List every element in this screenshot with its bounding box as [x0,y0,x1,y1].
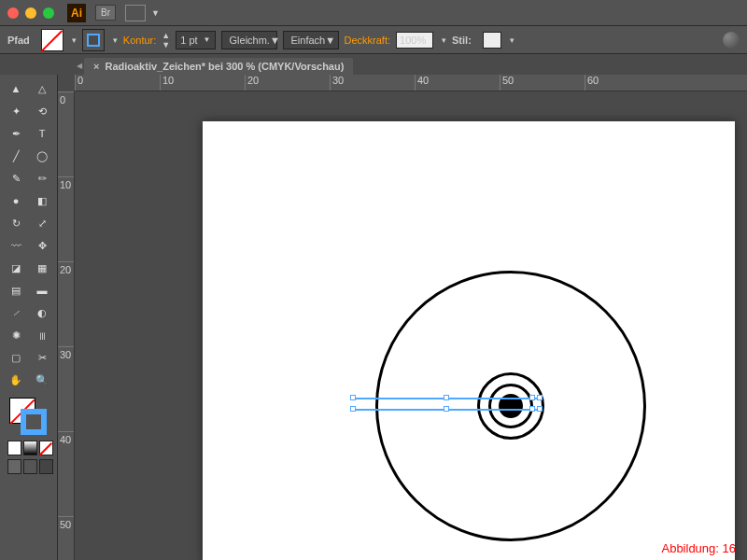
gradient-mode-icon[interactable] [23,441,37,455]
style-swatch[interactable] [483,32,501,49]
opacity-input[interactable]: 100% [396,32,433,49]
eyedropper-tool[interactable]: ⟋ [4,302,28,323]
anchor-handle[interactable] [537,395,543,400]
traffic-lights [7,7,54,19]
bridge-button[interactable]: Br [95,5,116,21]
pencil-tool[interactable]: ✏ [30,168,54,189]
chevron-down-icon[interactable]: ▼ [151,8,160,18]
mesh-tool[interactable]: ▤ [4,280,28,301]
panel-grip-icon[interactable]: ◀ [75,56,84,75]
free-transform-tool[interactable]: ✥ [30,235,54,256]
close-tab-icon[interactable]: × [93,61,99,72]
anchor-handle[interactable] [537,406,543,412]
artboard-tool[interactable]: ▢ [4,347,28,368]
full-screen-icon[interactable] [39,459,53,474]
stroke-label: Kontur: [123,35,156,46]
arrange-docs-button[interactable] [125,5,146,21]
perspective-tool[interactable]: ▦ [30,258,54,278]
color-mode-icon[interactable] [7,441,21,455]
ruler-tick: 20 [245,75,330,91]
full-menu-screen-icon[interactable] [23,459,37,474]
stepper-icon[interactable]: ▲▼ [162,31,170,49]
anchor-handle[interactable] [350,406,356,412]
anchor-handle[interactable] [529,395,535,400]
width-tool[interactable]: 〰 [4,235,28,256]
shape-builder-tool[interactable]: ◪ [4,258,28,278]
tab-label: Radioaktiv_Zeichen* bei 300 % (CMYK/Vors… [105,61,344,72]
rectangle-tool[interactable]: ◯ [30,146,54,166]
anchor-handle[interactable] [444,395,449,400]
close-window-icon[interactable] [7,7,19,19]
zoom-tool[interactable]: 🔍 [30,370,54,390]
color-mode-switches [7,441,53,455]
style-label: Stil: [452,35,472,46]
rotate-tool[interactable]: ↻ [4,213,28,233]
normal-screen-icon[interactable] [7,459,21,474]
blob-tool[interactable]: ● [4,190,28,211]
chevron-down-icon[interactable]: ▾ [113,35,118,45]
stroke-box[interactable] [21,409,47,435]
ruler-tick: 30 [330,75,415,91]
pen-tool[interactable]: ✒ [4,123,28,144]
horizontal-ruler: 0102030405060 [75,75,747,91]
lasso-tool[interactable]: ⟲ [30,101,54,121]
ruler-tick: 20 [58,261,74,346]
ruler-tick: 40 [58,431,74,516]
hand-tool[interactable]: ✋ [4,370,28,390]
ruler-tick: 10 [160,75,245,91]
vertical-ruler: 01020304050 [58,91,75,560]
maximize-window-icon[interactable] [43,7,54,19]
ruler-tick: 40 [415,75,500,91]
chevron-down-icon[interactable]: ▾ [510,35,514,45]
opacity-label: Deckkraft: [345,35,391,46]
ruler-tick: 10 [58,176,74,261]
ruler-tick: 60 [585,75,669,91]
ruler-tick: 50 [58,516,74,560]
screen-mode-switches [7,459,53,474]
anchor-handle[interactable] [529,406,535,412]
stroke-cap-dropdown[interactable]: Gleichm.▼ [221,31,277,49]
cloud-icon[interactable] [723,32,740,49]
anchor-handle[interactable] [350,395,356,400]
chevron-down-icon[interactable]: ▾ [442,35,446,45]
ruler-tick: 30 [58,346,74,431]
eraser-tool[interactable]: ◧ [30,190,54,211]
stroke-swatch[interactable] [82,29,105,51]
minimize-window-icon[interactable] [25,7,36,19]
app-icon: Ai [67,4,86,22]
tools-panel: ▲△✦⟲✒T╱◯✎✏●◧↻⤢〰✥◪▦▤▬⟋◐✺⫼▢✂✋🔍 [0,75,58,560]
stroke-profile-dropdown[interactable]: Einfach▼ [283,31,339,49]
none-mode-icon[interactable] [39,441,53,455]
document-tab[interactable]: × Radioaktiv_Zeichen* bei 300 % (CMYK/Vo… [84,58,353,75]
brush-tool[interactable]: ✎ [4,168,28,189]
ruler-tick: 50 [500,75,585,91]
line-tool[interactable]: ╱ [4,146,28,166]
ruler-tick: 0 [75,75,160,91]
anchor-handle[interactable] [444,406,449,412]
type-label: Pfad [7,35,30,46]
titlebar: Ai Br ▼ [0,0,747,26]
fill-swatch[interactable] [41,29,63,51]
tab-bar: ◀ × Radioaktiv_Zeichen* bei 300 % (CMYK/… [75,54,747,75]
graph-tool[interactable]: ⫼ [30,325,54,345]
symbol-spray-tool[interactable]: ✺ [4,325,28,345]
blend-tool[interactable]: ◐ [30,302,54,323]
stroke-weight-input[interactable]: 1 pt▼ [176,31,215,49]
chevron-down-icon[interactable]: ▾ [72,35,77,45]
figure-caption: Abbildung: 16 [661,541,736,555]
ruler-tick: 0 [58,91,74,176]
direct-select-tool[interactable]: △ [30,78,54,99]
fill-stroke-control[interactable] [9,398,47,435]
canvas-area[interactable]: 0102030405060 01020304050 Abbildung: 16 [58,75,747,560]
type-tool[interactable]: T [30,123,54,144]
gradient-tool[interactable]: ▬ [30,280,54,301]
control-bar: Pfad ▾ ▾ Kontur: ▲▼ 1 pt▼ Gleichm.▼ Einf… [0,26,747,54]
selection-tool[interactable]: ▲ [4,78,28,99]
scale-tool[interactable]: ⤢ [30,213,54,233]
slice-tool[interactable]: ✂ [30,347,54,368]
magic-wand-tool[interactable]: ✦ [4,101,28,121]
